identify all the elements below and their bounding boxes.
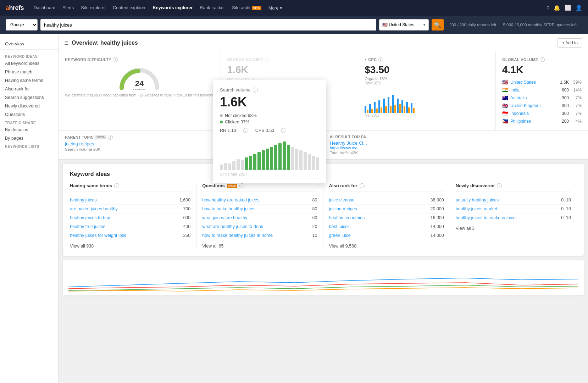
- engine-select[interactable]: Google Bing YouTube: [6, 19, 38, 30]
- kw-link-what-are-healthy[interactable]: what are healthy juices to drink: [202, 224, 301, 229]
- sidebar-item-by-pages[interactable]: By pages: [0, 134, 58, 143]
- kw-row-q4: what are healthy juices to drink 20: [202, 222, 317, 231]
- nav-keywords-explorer[interactable]: Keywords explorer: [150, 4, 196, 12]
- rr-help-icon[interactable]: i: [243, 128, 248, 133]
- kw-vol-juicing-recipes: 20,000: [428, 206, 444, 211]
- hamburger-icon[interactable]: ☰: [64, 40, 69, 46]
- top-nav: ahrefs Dashboard Alerts Site explorer Co…: [0, 0, 588, 16]
- sidebar-item-all-keyword-ideas[interactable]: All keyword ideas: [0, 59, 58, 68]
- user-icon[interactable]: 👤: [576, 5, 582, 11]
- cpc-help-icon[interactable]: i: [378, 57, 383, 62]
- search-button[interactable]: 🔍: [432, 19, 444, 30]
- view-all-also-rank-for[interactable]: View all 9,568: [329, 244, 444, 249]
- notification-icon[interactable]: 🔔: [554, 5, 560, 11]
- sidebar-overview[interactable]: Overview: [0, 38, 58, 50]
- kw-link-juices-to-buy[interactable]: healthy juices to buy: [70, 215, 174, 220]
- screen-icon[interactable]: ⬜: [565, 5, 571, 11]
- kw-link-naked-juices[interactable]: are naked juices healthy: [70, 206, 174, 211]
- country-list: 🇺🇸 United States 1.6K 39% 🇮🇳 India 600 1…: [502, 78, 582, 125]
- view-all-newly-discovered[interactable]: View all 3: [456, 226, 571, 231]
- kw-row-n3: healthy juices toi make in juicer 0–10: [456, 213, 571, 222]
- popup-rr-cps: RR 1.13 i CPS 0.53 i: [220, 128, 319, 133]
- kw-link-how-to-make-at-home[interactable]: how to make healthy juices at home: [202, 233, 301, 238]
- view-all-having-same-terms[interactable]: View all 938: [70, 244, 190, 249]
- kw-link-juice-cleanse[interactable]: juice cleanse: [329, 198, 428, 202]
- cps-help-icon[interactable]: i: [281, 128, 286, 133]
- nav-right: ? 🔔 ⬜ 👤: [547, 5, 582, 11]
- nav-alerts[interactable]: Alerts: [60, 4, 77, 12]
- kw-link-what-juices[interactable]: what juices are healthy: [202, 215, 301, 220]
- kw-link-green-juice[interactable]: green juice: [329, 233, 428, 238]
- kw-vol-green-juice: 14,000: [428, 233, 444, 238]
- kw-link-best-juicer[interactable]: best juicer: [329, 224, 428, 229]
- kw-link-actually-healthy[interactable]: actually healthy juices: [456, 198, 555, 202]
- kw-link-how-to-make[interactable]: how to make healthy juices: [202, 206, 301, 211]
- us-name[interactable]: United States: [510, 80, 556, 85]
- ph-name[interactable]: Philippines: [510, 119, 556, 124]
- kw-row-q2: how to make healthy juices 80: [202, 205, 317, 213]
- kw-row-n1: actually healthy juices 0–10: [456, 196, 571, 205]
- cpc-organic: Organic 13%: [365, 77, 489, 81]
- popup-help-icon[interactable]: i: [253, 88, 258, 93]
- ph-flag: 🇵🇭: [502, 118, 508, 124]
- sidebar-item-phrase-match[interactable]: Phrase match: [0, 68, 58, 76]
- result-url[interactable]: https://www.mo...: [330, 146, 582, 150]
- kw-link-healthy-juices[interactable]: healthy juices: [70, 198, 174, 202]
- nav-site-explorer[interactable]: Site explorer: [78, 4, 109, 12]
- kw-link-juicing-recipes[interactable]: juicing recipes: [329, 206, 428, 211]
- having-same-terms-help[interactable]: i: [114, 183, 119, 188]
- in-pct: 14%: [572, 88, 582, 93]
- col-having-same-terms: Having same terms i healthy juices 1,600…: [70, 183, 196, 249]
- sv-help-icon[interactable]: i: [265, 57, 270, 62]
- kw-row-a2: juicing recipes 20,000: [329, 205, 444, 213]
- kw-link-weight-loss[interactable]: healthy juices for weight loss: [70, 233, 174, 238]
- us-flag: 🇺🇸: [502, 79, 508, 85]
- main-layout: Overview KEYWORD IDEAS All keyword ideas…: [0, 34, 588, 383]
- result-link[interactable]: Healthy Juice Cl...: [330, 140, 582, 146]
- nav-site-audit[interactable]: Site audit NEW: [229, 4, 264, 12]
- view-all-questions[interactable]: View all 65: [202, 244, 317, 249]
- kw-link-fruit-juices[interactable]: healthy fruit juices: [70, 224, 174, 229]
- id-name[interactable]: Indonesia: [510, 111, 556, 116]
- also-rank-for-help[interactable]: i: [360, 183, 365, 188]
- gb-name[interactable]: United Kingdom: [510, 103, 556, 108]
- sidebar-item-also-rank-for[interactable]: Also rank for: [0, 85, 58, 93]
- country-select[interactable]: 🇺🇸 United States 🇮🇳 India: [379, 19, 429, 30]
- sidebar-item-newly-discovered[interactable]: Newly discovered: [0, 102, 58, 110]
- serp-positions-chart: [63, 260, 584, 295]
- in-name[interactable]: India: [510, 88, 556, 93]
- popup-clicked: Clicked 37%: [220, 120, 319, 124]
- questions-help[interactable]: i: [239, 183, 244, 188]
- beta-badge: BETA: [95, 135, 106, 139]
- au-name[interactable]: Australia: [510, 95, 556, 100]
- kw-row-a3: healthy smoothies 16,000: [329, 213, 444, 222]
- search-bar: Google Bing YouTube 🇺🇸 United States 🇮🇳 …: [0, 16, 588, 34]
- serp-chart-svg: [68, 266, 578, 294]
- search-input[interactable]: [40, 19, 376, 30]
- nav-rank-tracker[interactable]: Rank tracker: [197, 4, 228, 12]
- col-also-rank-for: Also rank for i juice cleanse 38,000 jui…: [323, 183, 450, 249]
- add-to-button[interactable]: + Add to: [558, 38, 582, 48]
- global-help-icon[interactable]: i: [540, 57, 545, 62]
- parent-help-icon[interactable]: i: [108, 135, 113, 140]
- kw-link-juices-market[interactable]: healthy juices market: [456, 206, 555, 211]
- sidebar-item-having-same-terms[interactable]: Having same terms: [0, 76, 58, 85]
- kw-link-healthy-smoothies[interactable]: healthy smoothies: [329, 215, 428, 220]
- kw-link-juices-in-juicer[interactable]: healthy juices toi make in juicer: [456, 215, 555, 220]
- kw-row-q1: how healthy are naked juices 80: [202, 196, 317, 205]
- sidebar-item-by-domains[interactable]: By domains: [0, 126, 58, 134]
- kw-vol-weight-loss: 250: [174, 233, 190, 238]
- kw-vol-juices-in-juicer: 0–10: [555, 215, 571, 220]
- kd-help-icon[interactable]: i: [113, 57, 118, 62]
- kw-link-how-healthy[interactable]: how healthy are naked juices: [202, 198, 301, 202]
- nav-more[interactable]: More ▾: [266, 4, 285, 12]
- kw-vol-how-healthy: 80: [301, 198, 317, 202]
- nav-dashboard[interactable]: Dashboard: [31, 4, 58, 12]
- sidebar-item-search-suggestions[interactable]: Search suggestions: [0, 93, 58, 102]
- nav-links: Dashboard Alerts Site explorer Content e…: [31, 4, 547, 12]
- sidebar-item-questions[interactable]: Questions: [0, 110, 58, 119]
- newly-discovered-help[interactable]: i: [497, 183, 502, 188]
- id-vol: 300: [556, 111, 569, 116]
- nav-content-explorer[interactable]: Content explorer: [110, 4, 148, 12]
- help-icon[interactable]: ?: [547, 5, 549, 11]
